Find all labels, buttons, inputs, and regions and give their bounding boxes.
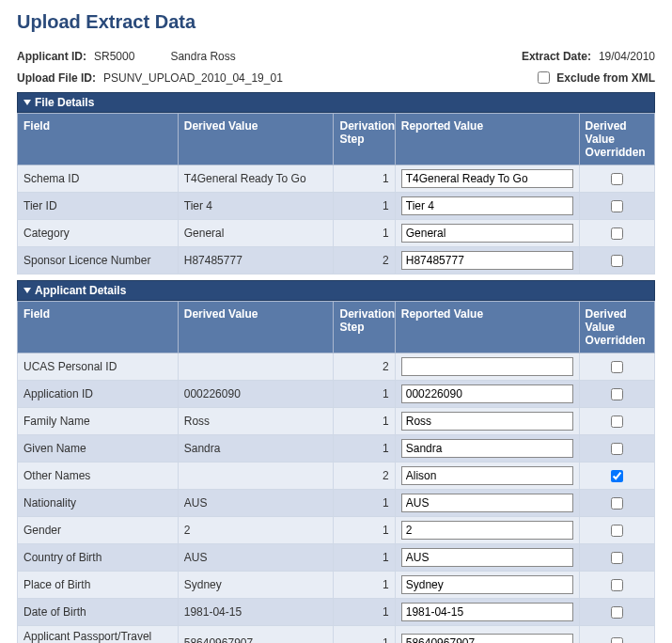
column-header-derivation-step: Derivation Step xyxy=(334,302,395,353)
derived-value-cell xyxy=(178,353,334,381)
overridden-checkbox[interactable] xyxy=(611,525,623,537)
derivation-step-cell: 2 xyxy=(334,463,395,490)
derived-value-cell: 000226090 xyxy=(178,381,334,408)
table-row: NationalityAUS1 xyxy=(18,490,655,517)
overridden-cell xyxy=(579,544,654,572)
overridden-checkbox[interactable] xyxy=(611,579,623,591)
table-row: Date of Birth1981-04-151 xyxy=(18,599,655,626)
column-header-derivation-step: Derivation Step xyxy=(334,114,395,165)
reported-value-cell xyxy=(395,193,579,220)
overridden-checkbox[interactable] xyxy=(611,173,623,185)
field-cell: Tier ID xyxy=(18,193,179,220)
overridden-cell xyxy=(579,463,654,490)
derived-value-cell: 2 xyxy=(178,517,334,544)
exclude-from-xml-label: Exclude from XML xyxy=(556,71,655,85)
field-cell: Family Name xyxy=(18,408,179,435)
reported-value-cell xyxy=(395,247,579,274)
table-row: Place of BirthSydney1 xyxy=(18,572,655,599)
derived-value-cell: AUS xyxy=(178,544,334,572)
overridden-checkbox[interactable] xyxy=(611,416,623,428)
overridden-checkbox[interactable] xyxy=(611,552,623,564)
field-cell: Date of Birth xyxy=(18,599,179,626)
section-header[interactable]: File Details xyxy=(17,92,655,113)
reported-value-cell xyxy=(395,544,579,572)
table-row: Applicant Passport/Travel Document Numbe… xyxy=(18,626,655,644)
reported-value-input[interactable] xyxy=(401,521,573,540)
derivation-step-cell: 1 xyxy=(334,193,395,220)
table-row: Given NameSandra1 xyxy=(18,435,655,463)
overridden-checkbox[interactable] xyxy=(611,470,623,482)
overridden-cell xyxy=(579,435,654,463)
reported-value-input[interactable] xyxy=(401,634,573,643)
column-header-derived-value: Derived Value xyxy=(178,114,334,165)
derivation-step-cell: 2 xyxy=(334,247,395,274)
field-cell: Category xyxy=(18,220,179,247)
reported-value-input[interactable] xyxy=(401,251,573,270)
field-cell: Given Name xyxy=(18,435,179,463)
reported-value-input[interactable] xyxy=(401,224,573,243)
column-header-field: Field xyxy=(18,114,179,165)
reported-value-input[interactable] xyxy=(401,439,573,458)
reported-value-input[interactable] xyxy=(401,412,573,431)
extract-date-value: 19/04/2010 xyxy=(599,50,655,63)
derivation-step-cell: 1 xyxy=(334,572,395,599)
derived-value-cell: Ross xyxy=(178,408,334,435)
column-header-field: Field xyxy=(18,302,179,353)
overridden-cell xyxy=(579,408,654,435)
field-cell: Country of Birth xyxy=(18,544,179,572)
reported-value-input[interactable] xyxy=(401,384,573,403)
reported-value-input[interactable] xyxy=(401,575,573,594)
overridden-checkbox[interactable] xyxy=(611,497,623,510)
reported-value-input[interactable] xyxy=(401,603,573,621)
chevron-down-icon xyxy=(23,100,31,105)
table-row: CategoryGeneral1 xyxy=(18,220,655,247)
field-cell: Gender xyxy=(18,517,179,544)
reported-value-cell xyxy=(395,490,579,517)
section-header[interactable]: Applicant Details xyxy=(17,280,655,301)
derived-value-cell: T4General Ready To Go xyxy=(178,165,334,193)
table-row: Other Names2 xyxy=(18,463,655,490)
overridden-checkbox[interactable] xyxy=(611,200,623,212)
overridden-cell xyxy=(579,381,654,408)
derivation-step-cell: 1 xyxy=(334,435,395,463)
page-title: Upload Extract Data xyxy=(17,11,655,33)
column-header-reported-value: Reported Value xyxy=(395,302,579,353)
derivation-step-cell: 1 xyxy=(334,381,395,408)
overridden-checkbox[interactable] xyxy=(611,606,623,619)
overridden-checkbox[interactable] xyxy=(611,388,623,400)
reported-value-input[interactable] xyxy=(401,357,573,376)
reported-value-input[interactable] xyxy=(401,466,573,485)
table-row: Sponsor Licence NumberH874857772 xyxy=(18,247,655,274)
upload-file-id-label: Upload File ID: xyxy=(17,71,96,85)
table-row: Schema IDT4General Ready To Go1 xyxy=(18,165,655,193)
overridden-cell xyxy=(579,247,654,274)
reported-value-input[interactable] xyxy=(401,169,573,188)
overridden-checkbox[interactable] xyxy=(611,361,623,373)
table-row: Family NameRoss1 xyxy=(18,408,655,435)
derived-value-cell: General xyxy=(178,220,334,247)
derivation-step-cell: 1 xyxy=(334,517,395,544)
overridden-checkbox[interactable] xyxy=(611,443,623,455)
section-title: File Details xyxy=(35,96,94,109)
column-header-reported-value: Reported Value xyxy=(395,114,579,165)
exclude-from-xml-checkbox[interactable] xyxy=(538,71,550,84)
table-row: UCAS Personal ID2 xyxy=(18,353,655,381)
derivation-step-cell: 2 xyxy=(334,353,395,381)
table-row: Gender21 xyxy=(18,517,655,544)
reported-value-input[interactable] xyxy=(401,494,573,512)
reported-value-input[interactable] xyxy=(401,196,573,215)
overridden-checkbox[interactable] xyxy=(611,255,623,267)
reported-value-cell xyxy=(395,220,579,247)
derived-value-cell: 1981-04-15 xyxy=(178,599,334,626)
overridden-checkbox[interactable] xyxy=(611,227,623,240)
derivation-step-cell: 1 xyxy=(334,544,395,572)
overridden-cell xyxy=(579,517,654,544)
field-cell: Schema ID xyxy=(18,165,179,193)
reported-value-input[interactable] xyxy=(401,548,573,567)
section-title: Applicant Details xyxy=(35,284,126,297)
overridden-checkbox[interactable] xyxy=(611,637,623,644)
column-header-derived-value: Derived Value xyxy=(178,302,334,353)
reported-value-cell xyxy=(395,517,579,544)
derivation-step-cell: 1 xyxy=(334,165,395,193)
reported-value-cell xyxy=(395,599,579,626)
